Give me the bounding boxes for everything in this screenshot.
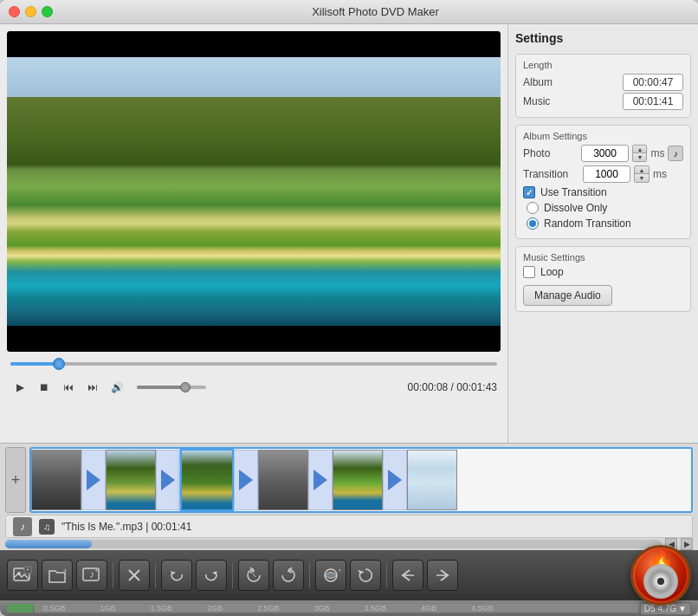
add-to-timeline-button[interactable]: + [5, 447, 26, 513]
svg-text:+: + [94, 567, 99, 574]
rotate-left-button[interactable] [238, 560, 269, 591]
use-transition-checkbox[interactable]: ✓ [523, 186, 535, 198]
titlebar: Xilisoft Photo DVD Maker [0, 0, 698, 24]
checkbox-check-icon: ✓ [526, 188, 533, 198]
photo-stepper-down[interactable]: ▼ [633, 153, 647, 161]
svg-text:+: + [26, 567, 29, 573]
next-button[interactable]: ⏭ [83, 378, 102, 397]
timeline-photo-1[interactable] [31, 450, 81, 510]
length-header: Length [523, 60, 683, 70]
time-display: 00:00:08 / 00:01:43 [408, 381, 497, 393]
progress-fill [10, 362, 59, 366]
transition-unit: ms [653, 168, 667, 180]
dissolve-only-label: Dissolve Only [544, 202, 607, 214]
transition-stepper[interactable]: ▲ ▼ [634, 165, 650, 183]
use-transition-label: Use Transition [540, 186, 607, 198]
dissolve-only-row: Dissolve Only [523, 202, 683, 214]
play-button[interactable]: ▶ [10, 378, 29, 397]
volume-fill [137, 386, 185, 389]
add-music-button[interactable]: ♪+ [76, 560, 107, 591]
photo-music-icon[interactable]: ♪ [668, 146, 683, 161]
transition-3[interactable] [234, 450, 258, 510]
radio-dot [529, 220, 536, 227]
separator-3 [232, 562, 233, 588]
left-panel: ▶ ⏹ ⏮ ⏭ 🔊 00:00:08 / 00:01:43 [0, 24, 507, 443]
photo-input-row: Photo ▲ ▼ ms ♪ [523, 145, 683, 162]
disc-hole [657, 578, 664, 585]
scroll-right-arrow[interactable]: ▶ [681, 538, 693, 550]
transition-2[interactable] [156, 450, 180, 510]
preview-image [7, 57, 501, 327]
random-transition-row: Random Transition [523, 217, 683, 230]
transition-5[interactable] [383, 450, 407, 510]
volume-thumb[interactable] [180, 382, 191, 392]
separator-1 [113, 562, 113, 588]
burn-button[interactable]: 🔥 [630, 545, 691, 606]
arrow-icon-3 [239, 470, 253, 490]
progress-thumb[interactable] [53, 358, 65, 370]
back-button[interactable] [392, 560, 423, 591]
svg-line-10 [253, 574, 255, 577]
loop-checkbox[interactable] [523, 266, 535, 278]
add-folder-button[interactable]: + [42, 560, 73, 591]
transition-4[interactable] [308, 450, 333, 510]
scroll-track[interactable] [5, 540, 662, 548]
transition-stepper-down[interactable]: ▼ [635, 174, 649, 182]
arrow-icon-4 [313, 470, 327, 490]
main-window: Xilisoft Photo DVD Maker ▶ ⏹ ⏮ [0, 0, 698, 616]
add-photo-button[interactable]: + [7, 560, 38, 591]
transition-1[interactable] [81, 450, 106, 510]
forward-button[interactable] [427, 560, 458, 591]
loop-row: Loop [523, 266, 683, 278]
effects-button[interactable]: ▼ [315, 560, 346, 591]
arrow-icon [87, 470, 100, 490]
music-length-row: Music 00:01:41 [523, 93, 683, 110]
album-settings-section: Album Settings Photo ▲ ▼ ms ♪ Transition [515, 125, 691, 239]
storage-bar: 0.5GB 1GB 1.5GB 2GB 2.5GB 3GB 3.5GB 4GB … [0, 600, 698, 616]
album-label: Album [523, 76, 553, 88]
dissolve-only-radio[interactable] [527, 202, 539, 214]
photo-timeline [29, 447, 693, 513]
photo-stepper[interactable]: ▲ ▼ [632, 145, 648, 162]
svg-text:+: + [63, 567, 67, 574]
transition-stepper-up[interactable]: ▲ [635, 166, 649, 174]
transition-input[interactable] [583, 165, 630, 183]
delete-button[interactable] [119, 560, 150, 591]
stop-button[interactable]: ⏹ [35, 378, 54, 397]
album-settings-header: Album Settings [523, 131, 683, 141]
volume-track[interactable] [137, 386, 206, 389]
scrollbar-area: ◀ ▶ [5, 538, 693, 550]
redo-button[interactable] [196, 560, 227, 591]
timeline-photo-3-selected[interactable] [180, 449, 234, 511]
use-transition-row: ✓ Use Transition [523, 186, 683, 198]
arrow-icon-5 [388, 470, 402, 490]
maximize-button[interactable] [42, 6, 53, 17]
timeline-photo-5[interactable] [333, 450, 383, 510]
black-bar-bottom [7, 326, 501, 352]
volume-icon: 🔊 [107, 378, 126, 397]
scroll-thumb[interactable] [5, 540, 92, 548]
photo-input[interactable] [581, 145, 629, 162]
audio-track-icon: ♪ [13, 517, 32, 536]
length-section: Length Album 00:00:47 Music 00:01:41 [515, 54, 691, 118]
svg-text:▼: ▼ [338, 567, 340, 574]
minimize-button[interactable] [25, 6, 36, 17]
photo-unit: ms [650, 147, 664, 159]
main-content: ▶ ⏹ ⏮ ⏭ 🔊 00:00:08 / 00:01:43 Settings [0, 24, 698, 443]
undo-button[interactable] [161, 560, 192, 591]
prev-button[interactable]: ⏮ [59, 378, 78, 397]
timeline-photo-6[interactable] [407, 450, 457, 510]
random-transition-radio[interactable] [527, 217, 539, 230]
storage-free: 0.5GB 1GB 1.5GB 2GB 2.5GB 3GB 3.5GB 4GB … [35, 604, 638, 613]
timeline-photo-2[interactable] [106, 450, 156, 510]
close-button[interactable] [9, 6, 20, 17]
separator-2 [155, 562, 156, 588]
photo-stepper-up[interactable]: ▲ [633, 146, 647, 153]
manage-audio-button[interactable]: Manage Audio [523, 285, 612, 306]
black-bar-top [7, 31, 501, 57]
progress-track[interactable] [10, 362, 497, 366]
reset-button[interactable] [350, 560, 381, 591]
timeline-photo-4[interactable] [258, 450, 308, 510]
transition-input-row: Transition ▲ ▼ ms [523, 165, 683, 183]
rotate-right-button[interactable] [273, 560, 304, 591]
